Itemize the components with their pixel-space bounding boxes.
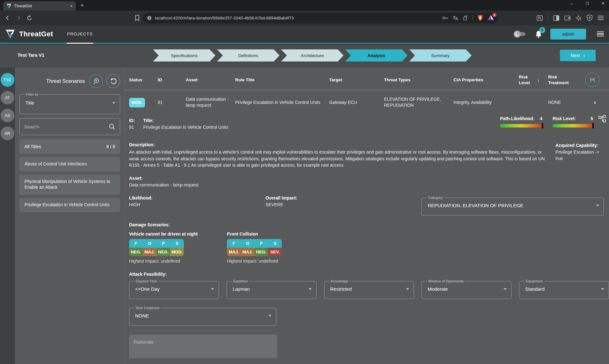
col-risk-treatment[interactable]: Risk Treatment [548,74,574,85]
rationale-input[interactable] [129,335,277,358]
overall-impact-value: SEVERE [265,202,402,207]
category-select[interactable]: Category: REPUDIATION, ELEVATION OF PRIV… [422,196,604,215]
damage-scenario-name: Front Collision [227,232,282,237]
back-button[interactable] [3,13,12,22]
col-target[interactable]: Target [329,77,384,83]
overall-impact-label: Overall Impact: [265,196,402,200]
browser-tab[interactable]: ThreatGet × [3,1,76,11]
expertise-select[interactable]: Expertise Layman [227,279,316,299]
damage-scenarios-label: Damage Scenarios: [129,222,609,227]
browser-menu-icon[interactable] [598,16,604,20]
step-architecture[interactable]: Architecture [281,49,344,62]
app-menu-icon[interactable] [597,32,604,37]
damage-scenario-card: Vehicle cannot be driven at night F O P … [129,232,198,264]
url-bar[interactable]: localhost:4200/#/tara-iteration/59b8e357… [143,13,498,23]
site-info-icon[interactable] [147,16,152,20]
window-minimize-button[interactable]: – [570,1,573,6]
chevron-down-icon [308,288,312,290]
description-label: Description: [129,142,550,147]
brave-rewards-button[interactable]: 1 [488,15,494,21]
impact-cell: NEG. [254,248,268,256]
col-asset[interactable]: Asset [186,77,235,83]
attack-tree-icon [598,115,606,123]
refresh-button[interactable] [106,74,120,88]
password-key-icon[interactable] [442,16,448,20]
reload-button[interactable] [25,13,34,22]
bookmark-icon[interactable] [134,15,140,21]
save-button[interactable] [585,73,599,87]
nav-projects[interactable]: PROJECTS [67,25,93,44]
risk-level-value: 5 [591,116,593,121]
risk-treatment-select[interactable]: Risk Treatment NONE [129,306,276,326]
vpn-shield-icon[interactable] [587,15,592,21]
admin-user-button[interactable]: admin [550,29,586,40]
category-label: Category: [427,196,445,200]
rail-item-at[interactable]: AT [1,91,14,105]
rail-item-ar[interactable]: AR [1,127,14,140]
search-box[interactable] [19,118,120,135]
knowledge-select[interactable]: Knowledge Restricted [324,279,414,299]
acquired-capability-label: Acquired Capability: [555,142,604,149]
sort-descending-icon[interactable]: ↓ [537,77,548,83]
highest-impact: Highest Impact: undefined [227,259,282,264]
wizard-steps: Specifications Definitions Architecture … [153,49,472,62]
tab-close-icon[interactable]: × [70,4,73,9]
browser-tab-bar: ThreatGet × + – ❐ × [0,0,609,11]
brave-shield-icon[interactable] [477,15,483,21]
col-status[interactable]: Status [129,77,158,83]
notifications-button[interactable]: 0 [535,30,542,38]
filter-by-select[interactable]: Filter by Title [19,92,120,114]
impact-cell: SEV. [268,248,282,256]
row-rule-title: Privilege Escalation in Vehicle Control … [235,100,329,106]
forward-button[interactable] [14,13,23,22]
elapsed-time-select[interactable]: Elapsed Time <=One Day [129,279,219,299]
filter-by-label: Filter by [25,92,40,96]
search-tabs-icon[interactable] [537,15,543,21]
col-threat-types[interactable]: Threat Types [384,77,453,83]
row-target: Gateway ECU [329,100,384,106]
risk-treatment-value: NONE [135,313,149,318]
window-of-opportunity-select[interactable]: Window of Opportunity Moderate [422,279,511,299]
col-rule-title[interactable]: Rule Title [235,77,329,83]
list-item[interactable]: Privilege Escalation in Vehicle Control … [19,198,120,212]
step-specifications[interactable]: Specifications [153,49,215,62]
asset-label: Asset: [129,176,609,181]
risk-treatment-label: Risk Treatment [134,306,161,310]
impact-cell: MAJ. [227,248,241,256]
step-analysis[interactable]: Analysis [345,49,408,62]
collapse-row-icon[interactable]: ∧ [593,100,597,105]
table-row[interactable]: MOD. 81 Data communication - lamp reques… [125,90,609,115]
new-tab-button[interactable]: + [80,2,84,9]
window-close-button[interactable]: × [602,1,605,6]
window-maximize-button[interactable]: ❐ [586,2,589,6]
category-value: REPUDIATION, ELEVATION OF PRIVILEGE [428,203,523,208]
step-summary[interactable]: Summary [409,49,472,62]
col-cia-properties[interactable]: CIA Properties [453,77,519,83]
fops-o: O [241,239,254,248]
next-button[interactable]: Next › [560,50,596,61]
leo-ai-icon[interactable] [576,15,582,21]
row-asset: Data communication - lamp request [186,97,235,108]
attack-feasibility-label: Attack Feasibility: [129,272,609,277]
sidebar-toggle-icon[interactable] [553,15,559,21]
rail-item-tsc[interactable]: TSC [1,73,14,87]
col-risk-level[interactable]: Risk Level [519,74,533,85]
wallet-icon[interactable] [564,15,570,20]
attack-tree-button[interactable] [598,115,606,123]
equipment-select[interactable]: Equipment Standard [519,279,609,299]
translate-icon[interactable] [453,16,458,20]
chevron-down-icon [268,315,272,317]
search-input[interactable] [24,124,109,129]
share-icon[interactable] [463,15,468,20]
col-id[interactable]: ID [158,77,186,83]
row-id: 81 [158,100,186,106]
list-item[interactable]: Abuse of Control Unit Interfaces [19,157,120,171]
list-header-all-titles[interactable]: All Titles 8 / 8 [19,139,120,154]
threatget-logo [5,29,15,39]
theme-toggle[interactable] [513,30,527,38]
list-item[interactable]: Physical Manipulation of Vehicle Systems… [19,175,120,195]
rail-item-as[interactable]: AS [1,109,14,122]
threatget-favicon [6,4,11,9]
analyze-button[interactable] [89,74,103,88]
step-definitions[interactable]: Definitions [217,49,279,62]
